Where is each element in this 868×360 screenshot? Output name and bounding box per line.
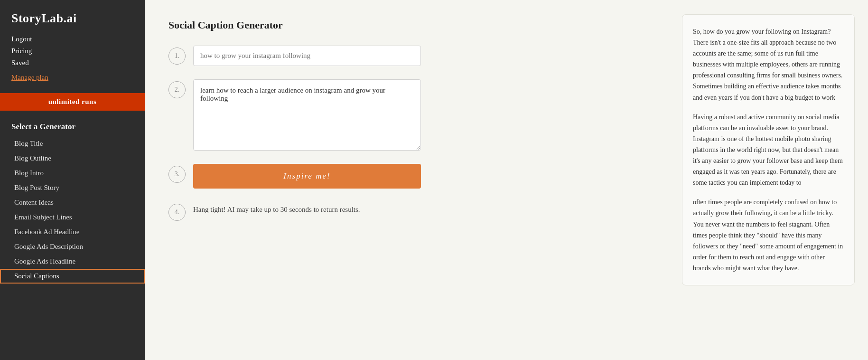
sidebar-menu: Blog Title Blog Outline Blog Intro Blog …: [0, 136, 145, 284]
page-title: Social Caption Generator: [168, 19, 645, 31]
unlimited-runs-badge: unlimited runs: [0, 93, 145, 111]
main-content: Social Caption Generator 1. 2. learn how…: [145, 0, 669, 360]
sidebar-item-email-subject-lines[interactable]: Email Subject Lines: [0, 210, 145, 225]
content-paragraph-1: So, how do you grow your following on In…: [693, 26, 844, 103]
app-logo: StoryLab.ai: [0, 0, 145, 34]
sidebar-item-google-ads-headline[interactable]: Google Ads Headline: [0, 254, 145, 269]
wait-text: Hang tight! AI may take up to 30 seconds…: [193, 202, 360, 214]
sidebar-item-blog-title[interactable]: Blog Title: [0, 136, 145, 151]
sidebar-item-social-captions[interactable]: Social Captions: [0, 269, 145, 284]
manage-plan-link[interactable]: Manage plan: [11, 70, 133, 87]
inspire-me-button[interactable]: Inspire me!: [193, 164, 421, 189]
step-2-textarea[interactable]: learn how to reach a larger audience on …: [193, 79, 421, 151]
generated-content-box: So, how do you grow your following on In…: [682, 14, 855, 285]
sidebar-nav-top: Logout Pricing Saved Manage plan: [0, 34, 145, 93]
sidebar-item-blog-post-story[interactable]: Blog Post Story: [0, 180, 145, 195]
step-1-row: 1.: [168, 46, 645, 66]
step-3-circle: 3.: [168, 166, 186, 183]
step-4-row: 4. Hang tight! AI may take up to 30 seco…: [168, 202, 645, 221]
step-1-input[interactable]: [193, 46, 421, 66]
select-generator-label: Select a Generator: [0, 118, 145, 136]
content-paragraph-2: Having a robust and active community on …: [693, 112, 844, 189]
step-3-number: 3.: [175, 171, 180, 178]
pricing-link[interactable]: Pricing: [11, 46, 133, 56]
step-1-number: 1.: [175, 52, 180, 60]
step-3-row: 3. Inspire me!: [168, 164, 645, 189]
sidebar-item-google-ads-description[interactable]: Google Ads Description: [0, 239, 145, 254]
logout-link[interactable]: Logout: [11, 34, 133, 44]
saved-link[interactable]: Saved: [11, 58, 133, 68]
sidebar-item-facebook-ad-headline[interactable]: Facebook Ad Headline: [0, 225, 145, 239]
step-4-number: 4.: [175, 208, 180, 216]
content-paragraph-3: often times people are completely confus…: [693, 197, 844, 274]
right-panel: So, how do you grow your following on In…: [669, 0, 868, 360]
step-2-number: 2.: [175, 86, 180, 94]
sidebar-item-blog-outline[interactable]: Blog Outline: [0, 151, 145, 166]
step-1-circle: 1.: [168, 47, 186, 65]
sidebar-item-blog-intro[interactable]: Blog Intro: [0, 166, 145, 180]
step-2-row: 2. learn how to reach a larger audience …: [168, 79, 645, 151]
step-4-circle: 4.: [168, 204, 186, 221]
step-2-circle: 2.: [168, 81, 186, 98]
sidebar-item-content-ideas[interactable]: Content Ideas: [0, 195, 145, 210]
sidebar: StoryLab.ai Logout Pricing Saved Manage …: [0, 0, 145, 360]
